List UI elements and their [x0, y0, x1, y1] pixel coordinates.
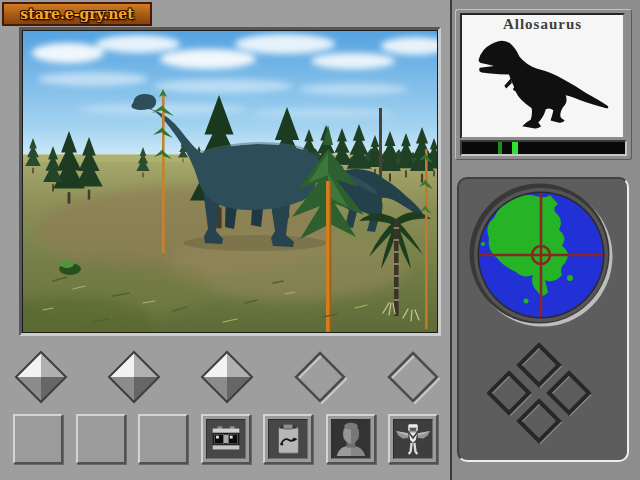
human-head-icon — [331, 419, 371, 459]
meter-tick-bright — [512, 142, 518, 154]
diamond-button-5 — [386, 350, 440, 404]
sidebar: Allosaurus — [450, 0, 640, 480]
dpad — [487, 341, 591, 445]
dinosaur-info-button[interactable] — [263, 414, 313, 464]
diamond-button-4 — [293, 350, 347, 404]
wings-icon — [393, 419, 433, 459]
viewport-frame — [19, 27, 441, 336]
clipboard-dinosaur-icon — [268, 419, 308, 459]
profile-button[interactable] — [326, 414, 376, 464]
dpad-right-button[interactable] — [549, 373, 591, 415]
allosaurus-silhouette — [468, 31, 618, 131]
watermark-text: stare.e-gry.net — [20, 6, 133, 22]
dpad-up-button[interactable] — [519, 345, 561, 387]
game-viewport[interactable] — [23, 31, 437, 332]
diamond-button-3[interactable] — [200, 350, 254, 404]
binoculars-button[interactable] — [201, 414, 251, 464]
slot-button-3[interactable] — [138, 414, 188, 464]
diamond-button-1[interactable] — [14, 350, 68, 404]
trophy-panel: Allosaurus — [455, 9, 632, 160]
target-display: Allosaurus — [460, 13, 625, 139]
radar-map — [466, 180, 616, 330]
sighting-meter — [460, 140, 627, 156]
pickup-button[interactable] — [388, 414, 438, 464]
binoculars-icon — [206, 419, 246, 459]
meter-tick-dim — [498, 142, 502, 154]
dpad-down-button[interactable] — [519, 401, 561, 443]
diamond-button-2[interactable] — [107, 350, 161, 404]
slot-button-1[interactable] — [13, 414, 63, 464]
slot-button-2[interactable] — [76, 414, 126, 464]
dpad-left-button[interactable] — [489, 373, 531, 415]
game-screen: stare.e-gry.net — [0, 0, 640, 480]
main-area: stare.e-gry.net — [0, 0, 450, 480]
watermark: stare.e-gry.net — [2, 2, 152, 26]
